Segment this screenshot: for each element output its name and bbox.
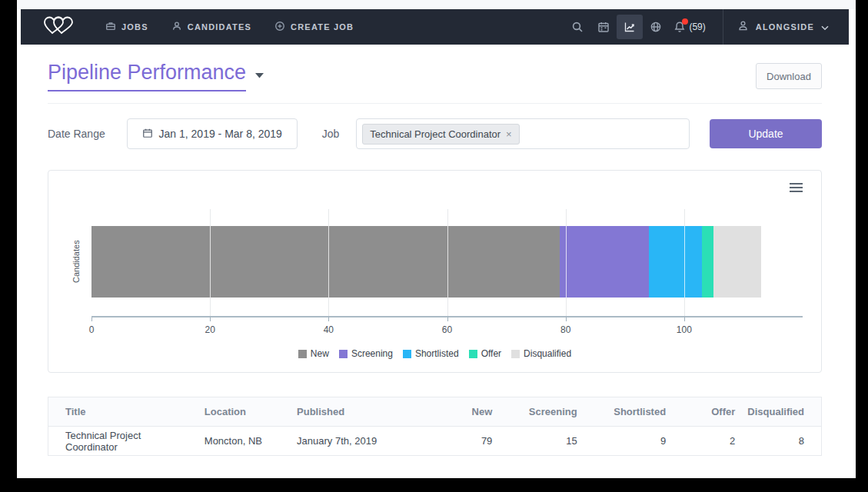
table-header-row: TitleLocationPublishedNewScreeningShortl… <box>48 397 822 427</box>
x-tick-0 <box>91 317 92 321</box>
legend-swatch <box>403 350 411 358</box>
table-header-published: Published <box>291 397 425 427</box>
window-top-margin <box>17 0 856 9</box>
table-cell-offer: 2 <box>672 427 741 456</box>
candidate-icon <box>171 21 182 33</box>
nav-item-jobs[interactable]: JOBS <box>105 21 148 33</box>
gridline-overlay-20 <box>210 226 211 298</box>
nav-item-label: CANDIDATES <box>188 22 251 32</box>
chart-icon[interactable] <box>617 15 643 39</box>
notification-count: (59) <box>689 22 705 32</box>
x-tick-80 <box>566 317 567 321</box>
main-menu: JOBS CANDIDATES CREATE JOB <box>105 21 354 33</box>
update-button[interactable]: Update <box>710 119 822 148</box>
page-content: Pipeline Performance Download Date Range… <box>17 45 856 456</box>
chevron-down-icon <box>821 20 829 34</box>
legend-label: Disqualified <box>524 348 571 359</box>
x-tick-label-20: 20 <box>205 324 215 335</box>
briefcase-icon <box>105 21 116 33</box>
x-tick-label-80: 80 <box>560 324 570 335</box>
legend-label: New <box>311 348 329 359</box>
x-tick-label-60: 60 <box>442 324 452 335</box>
search-icon[interactable] <box>564 15 590 39</box>
bar-segment-new[interactable] <box>91 226 560 298</box>
title-divider <box>48 103 822 104</box>
notifications-button[interactable]: (59) <box>673 21 705 33</box>
job-label: Job <box>322 128 340 140</box>
job-multiselect-input[interactable]: Technical Project Coordinator × <box>356 118 690 149</box>
account-user-icon <box>737 20 749 35</box>
nav-item-label: CREATE JOB <box>291 22 354 32</box>
table-header: TitleLocationPublishedNewScreeningShortl… <box>48 397 822 427</box>
legend-label: Shortlisted <box>415 348 459 359</box>
legend-swatch <box>511 350 520 358</box>
navbar-divider <box>723 9 723 45</box>
bar-segment-shortlisted[interactable] <box>649 226 702 298</box>
table-header-new: New <box>425 397 498 427</box>
nav-item-candidates[interactable]: CANDIDATES <box>171 21 251 33</box>
globe-icon[interactable] <box>643 15 669 39</box>
double-heart-logo-icon <box>41 13 75 41</box>
pipeline-chart-card: Candidates 020406080100 NewScreeningShor… <box>48 170 822 373</box>
gridline-overlay-60 <box>447 226 448 298</box>
table-header-location: Location <box>198 397 291 427</box>
date-range-label: Date Range <box>48 128 105 140</box>
navbar-right: (59) ALONGSIDE <box>564 9 849 45</box>
table-row[interactable]: Technical Project CoordinatorMoncton, NB… <box>48 427 822 456</box>
table-header-disqualified: Disqualified <box>741 397 821 427</box>
bar-segment-screening[interactable] <box>560 226 649 298</box>
table-header-shortlisted: Shortlisted <box>584 397 672 427</box>
calendar-small-icon <box>142 128 153 141</box>
bar-segment-offer[interactable] <box>702 226 713 298</box>
table-body: Technical Project CoordinatorMoncton, NB… <box>48 427 822 456</box>
table-cell-shortlisted: 9 <box>584 427 672 456</box>
x-tick-60 <box>447 317 448 321</box>
legend-label: Offer <box>481 348 501 359</box>
chart-y-axis-label: Candidates <box>70 226 82 298</box>
x-tick-40 <box>328 317 329 321</box>
nav-item-create-job[interactable]: CREATE JOB <box>274 21 354 33</box>
account-name: ALONGSIDE <box>756 22 814 32</box>
table-header-screening: Screening <box>498 397 583 427</box>
gridline-overlay-40 <box>328 226 329 298</box>
bell-icon <box>673 21 686 33</box>
notification-dot <box>682 18 688 25</box>
tag-close-icon[interactable]: × <box>506 129 512 139</box>
title-row: Pipeline Performance Download <box>48 45 822 91</box>
table-cell-disqualified: 8 <box>741 427 821 456</box>
legend-item-shortlisted[interactable]: Shortlisted <box>403 348 459 359</box>
table-cell-published: January 7th, 2019 <box>291 427 425 456</box>
x-tick-label-100: 100 <box>677 324 692 335</box>
legend-swatch <box>298 350 307 358</box>
gridline-overlay-100 <box>684 226 685 298</box>
page-title: Pipeline Performance <box>48 61 246 91</box>
legend-item-new[interactable]: New <box>298 348 329 359</box>
table-header-offer: Offer <box>672 397 741 427</box>
legend-swatch <box>469 350 477 358</box>
report-selector[interactable]: Pipeline Performance <box>48 61 264 91</box>
table-cell-screening: 15 <box>498 427 583 456</box>
date-range-input[interactable]: Jan 1, 2019 - Mar 8, 2019 <box>127 118 298 149</box>
table-cell-location: Moncton, NB <box>198 427 291 456</box>
caret-down-icon <box>255 68 264 81</box>
brand-logo[interactable] <box>21 13 95 41</box>
stacked-bar-candidates[interactable] <box>91 226 761 298</box>
legend-item-offer[interactable]: Offer <box>469 348 501 359</box>
x-tick-20 <box>210 317 211 321</box>
x-tick-label-0: 0 <box>89 324 95 335</box>
nav-item-label: JOBS <box>121 22 148 32</box>
legend-item-screening[interactable]: Screening <box>339 348 393 359</box>
job-tag: Technical Project Coordinator × <box>362 124 519 145</box>
legend-swatch <box>339 350 348 358</box>
calendar-icon[interactable] <box>590 15 617 39</box>
date-range-value: Jan 1, 2019 - Mar 8, 2019 <box>159 128 282 140</box>
job-tag-label: Technical Project Coordinator <box>370 128 501 140</box>
download-button[interactable]: Download <box>756 63 822 89</box>
legend-item-disqualified[interactable]: Disqualified <box>511 348 571 359</box>
bar-segment-disqualified[interactable] <box>713 226 761 298</box>
legend-label: Screening <box>351 348 393 359</box>
filter-bar: Date Range Jan 1, 2019 - Mar 8, 2019 Job… <box>48 118 822 149</box>
app-window: JOBS CANDIDATES CREATE JOB <box>17 0 856 478</box>
account-menu[interactable]: ALONGSIDE <box>737 20 829 35</box>
gridline-overlay-80 <box>566 226 567 298</box>
